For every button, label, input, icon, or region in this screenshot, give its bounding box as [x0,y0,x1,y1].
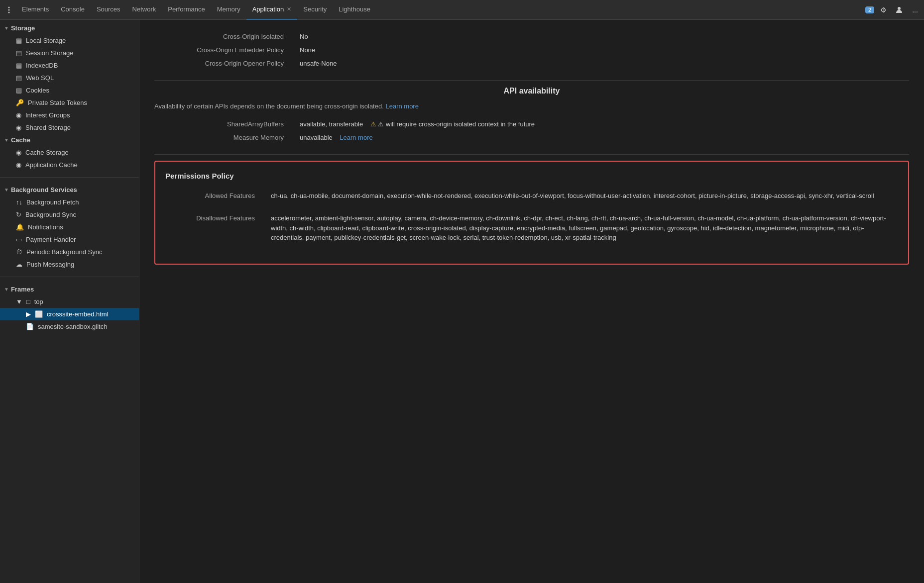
sidebar-item-cache-storage[interactable]: ◉ Cache Storage [0,146,139,159]
crosssite-embed-label: crosssite-embed.html [47,310,109,318]
api-availability-section: API availability Availability of certain… [154,87,909,144]
cross-origin-opener-row: Cross-Origin Opener Policy unsafe-None [154,57,909,70]
periodic-bg-sync-icon: ⏱ [16,248,22,256]
sidebar-item-background-sync[interactable]: ↻ Background Sync [0,208,139,221]
shared-array-buffers-label: SharedArrayBuffers [154,117,294,131]
cookies-icon: ▤ [16,87,22,94]
close-application-tab[interactable]: ✕ [287,6,291,12]
sidebar-item-indexeddb[interactable]: ▤ IndexedDB [0,59,139,72]
sidebar-item-local-storage[interactable]: ▤ Local Storage [0,34,139,47]
bg-services-group: ▼ Background Services ↑↓ Background Fetc… [0,184,139,271]
permissions-policy-table: Allowed Features ch-ua, ch-ua-mobile, do… [165,188,898,246]
web-sql-icon: ▤ [16,74,22,82]
settings-icon[interactable]: ⚙ [876,3,890,17]
cross-origin-isolated-label: Cross-Origin Isolated [154,30,294,43]
cache-storage-icon: ◉ [16,149,21,156]
sidebar-item-crosssite-embed[interactable]: ▶ ⬜ crosssite-embed.html [0,308,139,320]
sidebar: ▼ Storage ▤ Local Storage ▤ Session Stor… [0,20,139,583]
private-state-tokens-icon: 🔑 [16,99,24,106]
storage-group: ▼ Storage ▤ Local Storage ▤ Session Stor… [0,22,139,134]
sidebar-item-web-sql[interactable]: ▤ Web SQL [0,72,139,84]
shared-array-buffers-value: available, transferable ⚠ ⚠ will require… [294,117,909,131]
tab-sources[interactable]: Sources [91,0,126,20]
payment-handler-icon: ▭ [16,236,22,243]
tab-console[interactable]: Console [55,0,91,20]
frames-group: ▼ Frames ▼ □ top ▶ ⬜ crosssite-embed.htm… [0,283,139,333]
devtools-toolbar: Elements Console Sources Network Perform… [0,0,924,20]
cache-group: ▼ Cache ◉ Cache Storage ◉ Application Ca… [0,134,139,171]
user-icon[interactable] [892,3,906,17]
bg-services-label: Background Services [11,186,77,194]
svg-point-2 [8,11,10,13]
svg-point-3 [898,7,901,10]
cache-arrow-icon: ▼ [4,137,9,143]
cross-origin-embedder-row: Cross-Origin Embedder Policy None [154,43,909,57]
issues-badge[interactable]: 2 [865,6,874,13]
sidebar-item-push-messaging[interactable]: ☁ Push Messaging [0,258,139,271]
background-sync-icon: ↻ [16,211,21,218]
sidebar-item-application-cache[interactable]: ◉ Application Cache [0,159,139,171]
api-availability-note: Availability of certain APIs depends on … [154,101,909,111]
background-fetch-icon: ↑↓ [16,198,22,206]
api-availability-learn-more[interactable]: Learn more [385,102,418,110]
indexeddb-icon: ▤ [16,62,22,69]
interest-groups-label: Interest Groups [25,111,70,119]
sidebar-item-top-frame[interactable]: ▼ □ top [0,295,139,308]
shared-storage-icon: ◉ [16,124,21,131]
background-sync-label: Background Sync [25,211,76,218]
cache-group-header[interactable]: ▼ Cache [0,134,139,146]
private-state-tokens-label: Private State Tokens [28,99,87,106]
push-messaging-label: Push Messaging [26,261,74,268]
sidebar-item-shared-storage[interactable]: ◉ Shared Storage [0,121,139,134]
shared-array-buffers-row: SharedArrayBuffers available, transferab… [154,117,909,131]
allowed-features-row: Allowed Features ch-ua, ch-ua-mobile, do… [165,188,898,204]
bg-services-group-header[interactable]: ▼ Background Services [0,184,139,196]
web-sql-label: Web SQL [26,74,54,82]
background-fetch-label: Background Fetch [26,198,79,206]
local-storage-icon: ▤ [16,37,22,44]
cross-origin-opener-value: unsafe-None [294,57,909,70]
tab-lighthouse[interactable]: Lighthouse [333,0,376,20]
frames-arrow-icon: ▼ [4,287,9,292]
crosssite-embed-arrow-icon: ▶ [26,310,31,318]
sidebar-item-payment-handler[interactable]: ▭ Payment Handler [0,233,139,246]
main-layout: ▼ Storage ▤ Local Storage ▤ Session Stor… [0,20,924,583]
tab-memory[interactable]: Memory [211,0,246,20]
allowed-features-label: Allowed Features [165,188,265,204]
samesite-sandbox-label: samesite-sandbox.glitch [38,323,107,330]
sidebar-item-session-storage[interactable]: ▤ Session Storage [0,47,139,59]
disallowed-features-label: Disallowed Features [165,203,265,246]
sidebar-item-background-fetch[interactable]: ↑↓ Background Fetch [0,196,139,208]
tab-application[interactable]: Application ✕ [246,0,298,20]
overflow-menu-icon[interactable]: ... [908,3,922,17]
storage-arrow-icon: ▼ [4,25,9,31]
shared-storage-label: Shared Storage [25,124,71,131]
warning-icon: ⚠ [370,120,376,128]
storage-group-label: Storage [11,24,35,32]
sidebar-item-notifications[interactable]: 🔔 Notifications [0,221,139,233]
cross-origin-isolated-value: No [294,30,909,43]
tab-elements[interactable]: Elements [16,0,55,20]
tab-performance[interactable]: Performance [162,0,211,20]
sidebar-item-samesite-sandbox[interactable]: 📄 samesite-sandbox.glitch [0,320,139,333]
cache-group-label: Cache [11,136,30,144]
toolbar-right-actions: 2 ⚙ ... [865,3,922,17]
measure-memory-learn-more[interactable]: Learn more [340,134,372,141]
sidebar-item-private-state-tokens[interactable]: 🔑 Private State Tokens [0,97,139,109]
disallowed-features-row: Disallowed Features accelerometer, ambie… [165,203,898,246]
cross-origin-table: Cross-Origin Isolated No Cross-Origin Em… [154,30,909,70]
devtools-menu-icon[interactable] [2,3,16,17]
tab-network[interactable]: Network [126,0,162,20]
crosssite-embed-icon: ⬜ [35,310,43,318]
storage-group-header[interactable]: ▼ Storage [0,22,139,34]
indexeddb-label: IndexedDB [26,62,58,69]
sidebar-item-cookies[interactable]: ▤ Cookies [0,84,139,97]
frames-group-header[interactable]: ▼ Frames [0,283,139,295]
cross-origin-opener-label: Cross-Origin Opener Policy [154,57,294,70]
sidebar-item-interest-groups[interactable]: ◉ Interest Groups [0,109,139,121]
tab-security[interactable]: Security [297,0,333,20]
interest-groups-icon: ◉ [16,111,21,119]
measure-memory-row: Measure Memory unavailable Learn more [154,131,909,144]
sidebar-item-periodic-bg-sync[interactable]: ⏱ Periodic Background Sync [0,246,139,258]
push-messaging-icon: ☁ [16,261,22,268]
